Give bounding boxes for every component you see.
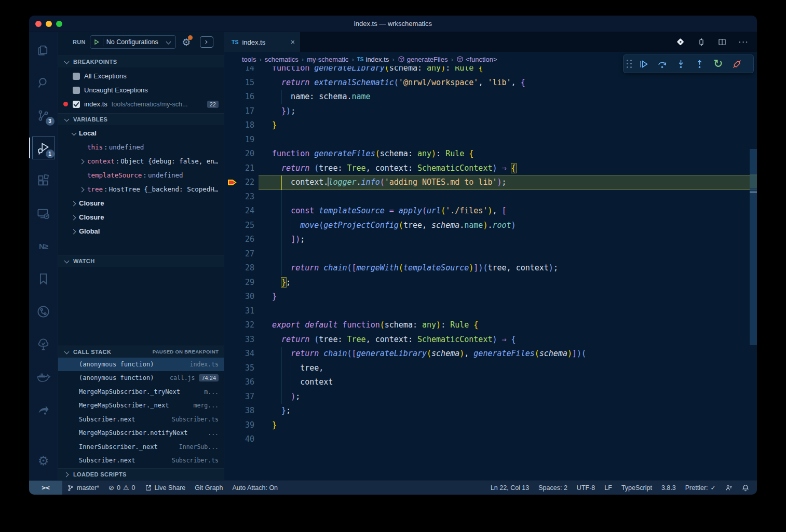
git-graph-icon[interactable] <box>31 298 56 325</box>
remote-explorer-icon[interactable] <box>31 200 56 227</box>
scrollbar-thumb[interactable] <box>750 149 757 345</box>
code-line[interactable]: 30} <box>224 290 750 304</box>
code-line[interactable]: 35 tree, <box>224 361 750 376</box>
source-control-icon[interactable]: 3 <box>31 102 56 129</box>
code-line[interactable]: 19 <box>224 133 750 147</box>
settings-gear-icon[interactable]: ⚙ <box>31 447 56 474</box>
compare-changes-icon[interactable] <box>697 37 706 47</box>
open-changes-icon[interactable] <box>676 37 685 47</box>
code-line[interactable]: 37 ); <box>224 390 750 404</box>
auto-attach-status[interactable]: Auto Attach: On <box>228 481 283 495</box>
step-into-button[interactable] <box>673 56 689 72</box>
tab-index-ts[interactable]: TS index.ts × <box>224 32 300 52</box>
call-stack-frame[interactable]: Subscriber.nextSubscriber.ts <box>58 413 224 427</box>
step-over-button[interactable] <box>654 56 671 72</box>
code-line[interactable]: 25 move(getProjectConfig(tree, schema.na… <box>224 219 750 233</box>
encoding-status[interactable]: UTF-8 <box>572 481 600 495</box>
git-graph-status[interactable]: Git Graph <box>190 481 227 495</box>
breakpoint-all-exceptions[interactable]: All Exceptions <box>58 69 224 83</box>
checkbox-checked[interactable] <box>73 101 80 108</box>
watch-section-header[interactable]: WATCH <box>58 255 224 267</box>
launch-configuration-dropdown[interactable]: No Configurations <box>90 35 176 49</box>
configure-gear-button[interactable]: ⚙ <box>180 36 193 48</box>
split-editor-icon[interactable] <box>717 37 727 47</box>
code-line[interactable]: 36 context <box>224 375 750 390</box>
code-line[interactable]: 22 context.logger.info('adding NOTES.md … <box>224 175 750 190</box>
explorer-icon[interactable] <box>31 36 56 63</box>
breakpoint-index-ts[interactable]: index.ts tools/schematics/my-sch... 22 <box>58 97 224 111</box>
more-actions-icon[interactable]: ··· <box>738 37 749 47</box>
feedback-icon[interactable] <box>721 481 737 495</box>
notifications-bell-icon[interactable] <box>737 481 754 495</box>
breakpoint-uncaught-exceptions[interactable]: Uncaught Exceptions <box>58 83 224 97</box>
checkbox-unchecked[interactable] <box>73 73 80 80</box>
code-line[interactable]: 17 }); <box>224 104 750 119</box>
bookmarks-icon[interactable] <box>31 265 56 292</box>
code-line[interactable]: 34 return chain([generateLibrary(schema)… <box>224 347 750 361</box>
language-mode-status[interactable]: TypeScript <box>617 481 657 495</box>
call-stack-frame[interactable]: (anonymous function)index.ts <box>58 358 224 372</box>
close-tab-icon[interactable]: × <box>291 38 295 46</box>
disconnect-button[interactable] <box>729 56 746 72</box>
variables-section-header[interactable]: VARIABLES <box>58 113 224 125</box>
code-line[interactable]: 20function generateFiles(schema: any): R… <box>224 147 750 161</box>
code-line[interactable]: 33 return (tree: Tree, context: Schemati… <box>224 333 750 347</box>
code-line[interactable]: 24 const templateSource = apply(url('./f… <box>224 204 750 219</box>
code-line[interactable]: 32export default function(schema: any): … <box>224 318 750 333</box>
test-explorer-icon[interactable] <box>31 331 56 358</box>
call-stack-frame[interactable]: MergeMapSubscriber.notifyNext... <box>58 426 224 440</box>
extensions-icon[interactable] <box>31 167 56 194</box>
minimize-window-button[interactable] <box>46 21 52 27</box>
cursor-position-status[interactable]: Ln 22, Col 13 <box>486 481 534 495</box>
live-share-icon[interactable] <box>31 396 56 423</box>
code-line[interactable]: 29 }; <box>224 276 750 290</box>
continue-button[interactable] <box>635 56 652 72</box>
checkbox-unchecked[interactable] <box>73 87 80 94</box>
breadcrumb-item[interactable]: TSindex.ts <box>357 56 389 63</box>
restart-button[interactable]: ↺ <box>710 56 727 72</box>
code-line[interactable]: 40 <box>224 432 750 447</box>
live-share-status[interactable]: Live Share <box>140 481 191 495</box>
problems-status[interactable]: ⊘ 0 ⚠ 0 <box>104 481 140 495</box>
code-line[interactable]: 31 <box>224 304 750 319</box>
eol-status[interactable]: LF <box>600 481 617 495</box>
call-stack-frame[interactable]: MergeMapSubscriber._tryNextm... <box>58 385 224 399</box>
close-window-button[interactable] <box>35 21 42 27</box>
variables-scope-row[interactable]: Closure <box>58 196 224 210</box>
code-editor[interactable]: 14function generateLibrary(schema: any):… <box>224 66 757 480</box>
ts-version-status[interactable]: 3.8.3 <box>657 481 681 495</box>
toolbar-drag-handle[interactable] <box>627 60 632 69</box>
prettier-status[interactable]: Prettier: ✓ <box>681 481 721 495</box>
code-line[interactable]: 26 ]); <box>224 233 750 247</box>
run-and-debug-icon[interactable]: 1 <box>31 134 56 161</box>
variable-row[interactable]: tree: HostTree {_backend: ScopedH… <box>58 182 224 196</box>
variable-row[interactable]: this: undefined <box>58 140 224 154</box>
breakpoints-section-header[interactable]: BREAKPOINTS <box>58 56 224 67</box>
call-stack-frame[interactable]: Subscriber.nextSubscriber.ts <box>58 454 224 468</box>
breadcrumb-item[interactable]: my-schematic <box>307 56 348 63</box>
nx-console-icon[interactable]: N≥ <box>31 233 56 260</box>
call-stack-section-header[interactable]: CALL STACK PAUSED ON BREAKPOINT <box>58 346 224 358</box>
code-line[interactable]: 39} <box>224 418 750 433</box>
search-icon[interactable] <box>31 69 56 96</box>
indentation-status[interactable]: Spaces: 2 <box>534 481 572 495</box>
variables-scope-row[interactable]: Global <box>58 224 224 238</box>
docker-icon[interactable] <box>31 363 56 390</box>
code-line[interactable]: 27 <box>224 247 750 262</box>
call-stack-frame[interactable]: InnerSubscriber._nextInnerSub... <box>58 440 224 454</box>
code-line[interactable]: 23 <box>224 190 750 204</box>
code-line[interactable]: 21 return (tree: Tree, context: Schemati… <box>224 161 750 176</box>
breadcrumb-item[interactable]: schematics <box>265 56 299 63</box>
maximize-window-button[interactable] <box>56 21 62 27</box>
code-line[interactable]: 15 return externalSchematic('@nrwl/works… <box>224 76 750 90</box>
breadcrumb-item[interactable]: tools <box>242 56 256 63</box>
variable-row[interactable]: context: Object {debug: false, en… <box>58 154 224 168</box>
variables-scope-row[interactable]: Closure <box>58 210 224 224</box>
variables-scope-row[interactable]: Local <box>58 126 224 140</box>
loaded-scripts-section-header[interactable]: LOADED SCRIPTS <box>58 468 224 480</box>
code-line[interactable]: 38 }; <box>224 404 750 418</box>
git-branch-status[interactable]: master* <box>62 481 104 495</box>
variable-row[interactable]: templateSource: undefined <box>58 168 224 182</box>
code-line[interactable]: 18} <box>224 118 750 133</box>
step-out-button[interactable] <box>692 56 708 72</box>
